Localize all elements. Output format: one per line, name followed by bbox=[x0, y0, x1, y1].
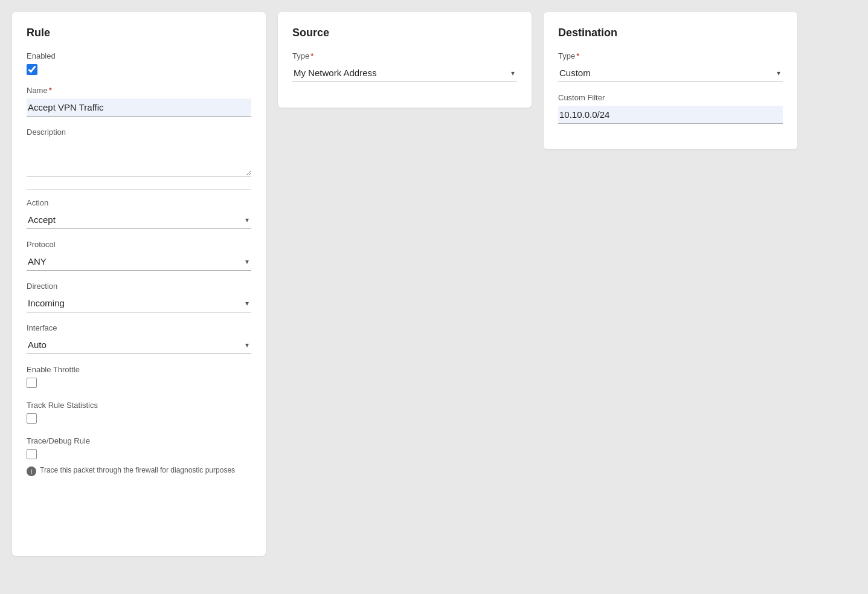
custom-filter-input[interactable] bbox=[558, 106, 783, 124]
name-label: Name* bbox=[27, 86, 251, 95]
custom-filter-field: Custom Filter bbox=[558, 93, 783, 124]
direction-field: Direction Incoming Outgoing Both ▾ bbox=[27, 282, 251, 312]
enabled-checkbox[interactable] bbox=[27, 64, 37, 75]
destination-panel-title: Destination bbox=[558, 27, 783, 39]
source-type-field: Type* My Network Address Custom Any ▾ bbox=[292, 51, 517, 82]
direction-select[interactable]: Incoming Outgoing Both bbox=[27, 294, 251, 312]
info-icon: i bbox=[27, 466, 36, 476]
destination-required-star: * bbox=[576, 51, 579, 60]
interface-field: Interface Auto LAN WAN ▾ bbox=[27, 323, 251, 354]
track-stats-field: Track Rule Statistics bbox=[27, 401, 251, 425]
direction-label: Direction bbox=[27, 282, 251, 291]
source-type-label: Type* bbox=[292, 51, 517, 60]
custom-filter-label: Custom Filter bbox=[558, 93, 783, 102]
action-select[interactable]: Accept Deny Drop bbox=[27, 211, 251, 229]
enable-throttle-label: Enable Throttle bbox=[27, 365, 251, 374]
rule-panel: Rule Enabled Name* Description Action bbox=[12, 12, 266, 556]
trace-debug-checkbox[interactable] bbox=[27, 449, 37, 459]
description-textarea[interactable] bbox=[27, 140, 251, 176]
destination-type-select[interactable]: Custom My Network Address Any bbox=[558, 64, 783, 82]
source-type-select[interactable]: My Network Address Custom Any bbox=[292, 64, 517, 82]
name-required-star: * bbox=[49, 86, 52, 95]
destination-type-field: Type* Custom My Network Address Any ▾ bbox=[558, 51, 783, 82]
description-field: Description bbox=[27, 128, 251, 178]
trace-debug-label: Trace/Debug Rule bbox=[27, 436, 251, 445]
enable-throttle-field: Enable Throttle bbox=[27, 365, 251, 390]
trace-debug-field: Trace/Debug Rule i Trace this packet thr… bbox=[27, 436, 251, 476]
rule-panel-title: Rule bbox=[27, 27, 251, 39]
source-panel: Source Type* My Network Address Custom A… bbox=[278, 12, 532, 108]
source-panel-title: Source bbox=[292, 27, 517, 39]
source-required-star: * bbox=[310, 51, 313, 60]
enable-throttle-checkbox[interactable] bbox=[27, 378, 37, 388]
trace-info-text: Trace this packet through the firewall f… bbox=[40, 466, 235, 474]
protocol-label: Protocol bbox=[27, 240, 251, 249]
destination-panel: Destination Type* Custom My Network Addr… bbox=[544, 12, 797, 149]
track-stats-label: Track Rule Statistics bbox=[27, 401, 251, 410]
trace-info: i Trace this packet through the firewall… bbox=[27, 466, 251, 476]
interface-label: Interface bbox=[27, 323, 251, 332]
name-field: Name* bbox=[27, 86, 251, 117]
protocol-select[interactable]: ANY TCP UDP ICMP bbox=[27, 253, 251, 271]
protocol-field: Protocol ANY TCP UDP ICMP ▾ bbox=[27, 240, 251, 271]
name-input[interactable] bbox=[27, 98, 251, 117]
action-field: Action Accept Deny Drop ▾ bbox=[27, 198, 251, 229]
interface-select[interactable]: Auto LAN WAN bbox=[27, 336, 251, 354]
destination-type-label: Type* bbox=[558, 51, 783, 60]
enabled-field: Enabled bbox=[27, 51, 251, 75]
action-label: Action bbox=[27, 198, 251, 207]
track-stats-checkbox[interactable] bbox=[27, 413, 37, 424]
description-label: Description bbox=[27, 128, 251, 137]
enabled-label: Enabled bbox=[27, 51, 251, 60]
